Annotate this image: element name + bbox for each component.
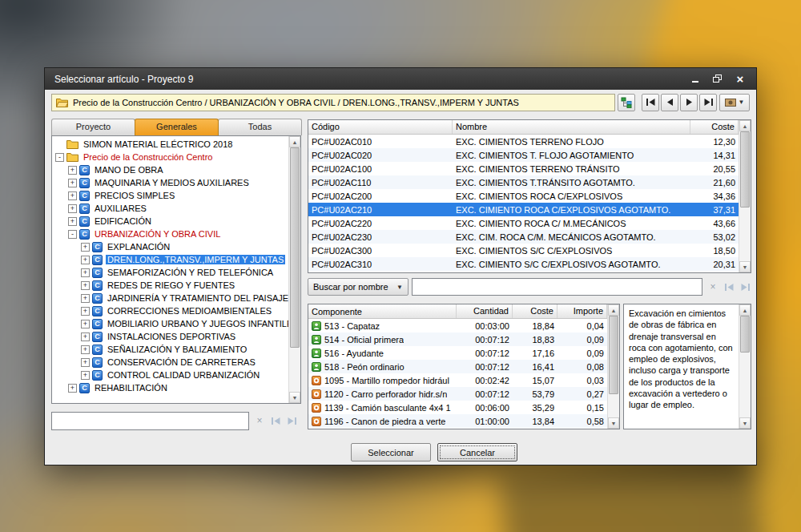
article-row[interactable]: PC#U02AC210EXC. CIMIENTO ROCA C/EXPLOSIV… [308, 203, 739, 216]
tree-item[interactable]: SIMON MATERIAL ELÉCTRICO 2018 [52, 138, 288, 151]
column-header[interactable]: Cantidad [457, 304, 513, 318]
expand-icon[interactable]: + [81, 294, 90, 303]
expand-icon[interactable]: + [68, 191, 77, 200]
column-header[interactable]: Nombre [453, 120, 690, 134]
tree-item[interactable]: +CSEÑALIZACIÓN Y BALIZAMIENTO [52, 343, 288, 356]
scroll-up-button[interactable]: ▲ [289, 136, 300, 147]
search-prev-button[interactable] [723, 280, 735, 293]
path-bar[interactable]: Precio de la Construcción Centro / URBAN… [51, 94, 615, 111]
nav-first-button[interactable] [642, 94, 659, 111]
article-row[interactable]: PC#U02AC300EXC. CIMIENTOS S/C C/EXPLOSIV… [308, 244, 739, 257]
expand-icon[interactable]: + [81, 358, 90, 367]
scroll-track[interactable] [289, 147, 300, 392]
expand-icon[interactable]: + [68, 204, 77, 213]
expand-icon[interactable]: + [81, 268, 90, 277]
minimize-button[interactable] [689, 73, 702, 86]
component-row[interactable]: 1139 - Camión basculante 4x4 100:06:0035… [308, 401, 607, 414]
expand-icon[interactable]: + [81, 345, 90, 354]
tab-todas[interactable]: Todas [218, 119, 302, 135]
scroll-thumb[interactable] [740, 316, 750, 353]
component-row[interactable]: 1095 - Martillo rompedor hidrául00:02:42… [308, 373, 607, 387]
column-header[interactable]: Código [308, 120, 453, 134]
component-row[interactable]: 513 - Capataz00:03:0018,840,04 [308, 319, 607, 332]
expand-icon[interactable]: + [81, 281, 90, 290]
component-row[interactable]: 1196 - Canon de piedra a verte01:00:0013… [308, 414, 607, 428]
preview-dropdown-button[interactable]: ▼ [719, 94, 750, 111]
article-row[interactable]: PC#U02AC230EXC. CIM. ROCA C/M. MECÁNICOS… [308, 230, 739, 244]
collapse-icon[interactable]: - [55, 153, 64, 162]
tree-item[interactable]: +CMANO DE OBRA [52, 163, 288, 176]
article-row[interactable]: PC#U02AC020EXC. CIMIENTOS T. FLOJO AGOTA… [308, 148, 739, 162]
expand-icon[interactable]: + [68, 217, 77, 226]
component-row[interactable]: 516 - Ayudante00:07:1217,160,09 [308, 346, 607, 360]
scroll-thumb[interactable] [609, 316, 618, 394]
article-row[interactable]: PC#U02AC220EXC. CIMIENTO ROCA C/ M.MECÁN… [308, 216, 739, 230]
tree-item[interactable]: +CCORRECCIONES MEDIOAMBIENTALES [52, 304, 288, 317]
tree-item[interactable]: -CURBANIZACIÓN Y OBRA CIVIL [52, 228, 288, 240]
scroll-track[interactable] [739, 316, 751, 417]
expand-icon[interactable]: + [81, 256, 90, 264]
search-mode-dropdown[interactable]: Buscar por nombre ▼ [308, 278, 409, 296]
expand-icon[interactable]: + [81, 320, 90, 328]
select-button[interactable]: Seleccionar [351, 443, 431, 461]
search-next-button[interactable] [739, 280, 751, 293]
tab-generales[interactable]: Generales [135, 119, 219, 135]
filter-prev-button[interactable] [269, 414, 282, 427]
component-row[interactable]: 514 - Oficial primera00:07:1218,830,09 [308, 332, 607, 346]
tree-item[interactable]: +CCONTROL CALIDAD URBANIZACIÓN [52, 369, 288, 381]
nav-prev-button[interactable] [661, 94, 678, 111]
tree-item[interactable]: -Precio de la Construcción Centro [52, 151, 288, 163]
expand-icon[interactable]: + [81, 307, 90, 316]
scroll-thumb[interactable] [290, 147, 300, 348]
column-header[interactable]: Componente [308, 304, 457, 318]
scroll-track[interactable] [608, 316, 619, 417]
column-header[interactable]: Coste [690, 120, 739, 134]
filter-next-button[interactable] [285, 414, 298, 427]
cancel-button[interactable]: Cancelar [437, 443, 517, 461]
title-bar[interactable]: Seleccionar artículo - Proyecto 9 × [45, 68, 756, 90]
tree-filter-input[interactable] [51, 412, 249, 430]
article-row[interactable]: PC#U02AC010EXC. CIMIENTOS TERRENO FLOJO1… [308, 135, 739, 148]
expand-icon[interactable]: + [68, 384, 77, 393]
tree-item[interactable]: +CINSTALACIONES DEPORTIVAS [52, 330, 288, 343]
component-row[interactable]: 518 - Peón ordinario00:07:1216,410,08 [308, 360, 607, 373]
collapse-icon[interactable]: - [68, 230, 77, 239]
nav-next-button[interactable] [680, 94, 698, 111]
tree-item[interactable]: +CMOBILIARIO URBANO Y JUEGOS INFANTILE [52, 317, 288, 330]
tab-proyecto[interactable]: Proyecto [51, 119, 135, 135]
nav-last-button[interactable] [699, 94, 717, 111]
expand-icon[interactable]: + [81, 371, 90, 380]
maximize-button[interactable] [711, 73, 724, 86]
tree-item[interactable]: +CREDES DE RIEGO Y FUENTES [52, 279, 288, 292]
scroll-down-button[interactable]: ▼ [739, 261, 751, 272]
expand-icon[interactable]: + [68, 166, 77, 175]
article-row[interactable]: PC#U02AC200EXC. CIMIENTOS ROCA C/EXPLOSI… [308, 189, 739, 203]
scroll-track[interactable] [739, 131, 751, 261]
component-row[interactable]: 1120 - Carro perforador hidr.s/n00:07:12… [308, 387, 607, 401]
expand-icon[interactable]: + [81, 243, 90, 252]
tree-item[interactable]: +CEDIFICACIÓN [52, 215, 288, 228]
article-row[interactable]: PC#U02AC100EXC. CIMIENTOS TERRENO TRÁNSI… [308, 162, 739, 175]
column-header[interactable]: Coste [513, 304, 557, 318]
column-header[interactable]: Importe [557, 304, 607, 318]
tree-scrollbar[interactable]: ▲▼ [288, 136, 300, 403]
scroll-down-button[interactable]: ▼ [289, 392, 300, 403]
scroll-thumb[interactable] [740, 131, 750, 208]
expand-icon[interactable]: + [68, 179, 77, 187]
components-scrollbar[interactable]: ▲▼ [607, 304, 619, 429]
tree-item[interactable]: +CSEMAFORIZACIÓN Y RED TELEFÓNICA [52, 266, 288, 279]
tree-item[interactable]: +CJARDINERÍA Y TRATAMIENTO DEL PAISAJE [52, 292, 288, 304]
scroll-up-button[interactable]: ▲ [739, 304, 751, 316]
close-button[interactable]: × [734, 73, 747, 86]
article-row[interactable]: PC#U02AC310EXC. CIMIENTO S/C C/EXPLOSIVO… [308, 257, 739, 271]
clear-search-button[interactable]: × [706, 280, 719, 293]
clear-filter-button[interactable]: × [253, 414, 266, 427]
tree-item[interactable]: +CEXPLANACIÓN [52, 240, 288, 253]
description-scrollbar[interactable]: ▲▼ [739, 304, 751, 429]
tree-item[interactable]: +CDREN.LONG.,TRANSV.,IMPERM Y JUNTAS [52, 253, 288, 266]
article-row[interactable]: PC#U02AC110EXC. CIMIENTOS T.TRÁNSITO AGO… [308, 175, 739, 189]
scroll-down-button[interactable]: ▼ [608, 417, 619, 429]
tree-item[interactable]: +CPRECIOS SIMPLES [52, 189, 288, 202]
articles-scrollbar[interactable]: ▲▼ [739, 120, 751, 272]
search-input[interactable] [412, 278, 702, 296]
